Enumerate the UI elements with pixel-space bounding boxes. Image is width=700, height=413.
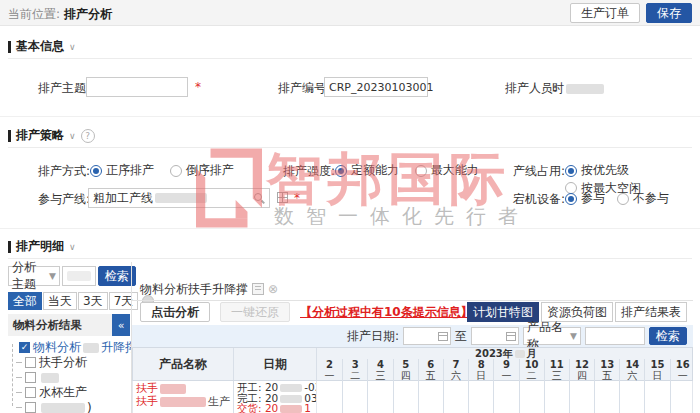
date-range-label: 排产日期: bbox=[347, 328, 399, 345]
radio-backward[interactable]: 倒序排产 bbox=[170, 162, 234, 179]
tree-item[interactable]: 水杯生产 bbox=[12, 385, 130, 400]
section-detail-title: 排产明细 bbox=[16, 238, 64, 255]
redacted-text bbox=[280, 384, 302, 392]
checkbox-icon[interactable] bbox=[25, 357, 36, 368]
product-field-select[interactable]: 产品名称▼ bbox=[523, 327, 581, 345]
copy-icon[interactable] bbox=[252, 283, 264, 295]
required-asterisk: * bbox=[195, 80, 201, 94]
code-input[interactable]: CRP_20230103001 bbox=[324, 77, 428, 97]
product-cell[interactable]: 扶手 扶手生产 bbox=[133, 381, 233, 413]
analysis-notice-link[interactable]: 【分析过程中有10条提示信息】 bbox=[300, 304, 473, 321]
radio-by-priority[interactable]: 按优先级 bbox=[565, 162, 629, 179]
production-order-button[interactable]: 生产订单 bbox=[570, 3, 640, 23]
gantt-day-cell bbox=[493, 381, 518, 413]
tree-branch-line bbox=[16, 377, 22, 378]
redacted-month bbox=[515, 350, 525, 358]
radio-downtime-exclude[interactable]: 不参与 bbox=[617, 190, 669, 207]
section-marker bbox=[8, 41, 11, 53]
tree-branch-line bbox=[16, 392, 22, 393]
redacted-text bbox=[41, 373, 59, 383]
radio-max-capacity[interactable]: 最大能力 bbox=[415, 162, 479, 179]
close-tab-icon[interactable]: ⊗ bbox=[268, 282, 278, 296]
collapse-panel-button[interactable]: « bbox=[112, 314, 130, 336]
day-column-header: 5四 bbox=[393, 359, 418, 381]
redacted-placeholder bbox=[67, 271, 91, 281]
top-actions: 生产订单 保存 bbox=[570, 3, 692, 23]
org-picker-icon[interactable] bbox=[277, 192, 288, 203]
chevron-down-icon[interactable]: ∨ bbox=[69, 42, 76, 52]
radio-quota-capacity[interactable]: 定额能力 bbox=[335, 162, 399, 179]
gantt-day-cell bbox=[594, 381, 619, 413]
range-tab-3days[interactable]: 3天 bbox=[78, 292, 108, 310]
radio-label: 倒序排产 bbox=[186, 162, 234, 179]
tree-item-label[interactable] bbox=[39, 371, 61, 385]
gantt-day-cell bbox=[569, 381, 594, 413]
date-column-header: 日期 bbox=[233, 348, 316, 380]
range-tab-all[interactable]: 全部 bbox=[8, 292, 42, 310]
checkbox-icon[interactable] bbox=[25, 387, 36, 398]
checkbox-icon[interactable] bbox=[25, 372, 36, 383]
line-value: 粗加工产线 bbox=[93, 190, 153, 207]
line-label: 参与产线: bbox=[38, 191, 90, 208]
year-text: 2023年 bbox=[475, 348, 513, 359]
tree-item[interactable]: ✓物料分析升降撑 bbox=[12, 340, 130, 355]
radio-icon bbox=[170, 165, 182, 177]
day-column-header: 2一 bbox=[317, 359, 342, 381]
chevron-down-icon: ▼ bbox=[49, 271, 56, 281]
planner-field-label: 排产人员: bbox=[505, 80, 557, 97]
tree-item-label[interactable]: ) bbox=[39, 401, 92, 413]
topic-search-input[interactable] bbox=[62, 266, 96, 286]
analysis-tab-title[interactable]: 物料分析扶手升降撑 bbox=[140, 281, 248, 298]
day-column-header: 3二 bbox=[342, 359, 367, 381]
product-name-suffix: 生产 bbox=[208, 395, 230, 408]
radio-label: 正序排产 bbox=[106, 162, 154, 179]
tree-item-label[interactable]: 水杯生产 bbox=[39, 384, 87, 401]
restore-button[interactable]: 一键还原 bbox=[220, 302, 290, 322]
gantt-search-button[interactable]: 检索 bbox=[649, 327, 687, 345]
date-from-input[interactable] bbox=[403, 327, 451, 345]
radio-downtime-join[interactable]: 参与 bbox=[565, 190, 605, 207]
view-tab-result[interactable]: 排产结果表 bbox=[615, 302, 687, 322]
gantt-day-cell bbox=[367, 381, 392, 413]
section-basic-title: 基本信息 bbox=[16, 38, 64, 55]
product-search-input[interactable] bbox=[585, 327, 645, 345]
tree-item[interactable] bbox=[12, 370, 130, 385]
gantt-day-cell bbox=[393, 381, 418, 413]
search-icon[interactable] bbox=[254, 193, 265, 204]
subject-input[interactable] bbox=[86, 77, 188, 97]
analyze-button[interactable]: 点击分析 bbox=[140, 302, 210, 322]
watermark-brand: 智邦国际 bbox=[266, 142, 510, 218]
tree-item[interactable]: ) bbox=[12, 400, 130, 413]
checkbox-icon[interactable] bbox=[25, 402, 36, 413]
tree-item-label[interactable]: 扶手分析 bbox=[39, 354, 87, 371]
redacted-text bbox=[280, 405, 302, 413]
calendar-icon[interactable] bbox=[438, 332, 448, 341]
method-radio-group: 正序排产 倒序排产 bbox=[90, 162, 246, 180]
radio-label: 按优先级 bbox=[581, 162, 629, 179]
date-to-input[interactable] bbox=[471, 327, 519, 345]
deliver-label: 交货: bbox=[237, 402, 262, 413]
topic-select[interactable]: 分析主题▼ bbox=[8, 266, 60, 286]
day-column-header: 13五 bbox=[594, 359, 619, 381]
occupy-label: 产线占用: bbox=[513, 163, 565, 180]
watermark-slogan: 数智一体化先行者 bbox=[274, 203, 530, 230]
deliver-value: 20 bbox=[265, 402, 278, 413]
section-marker bbox=[8, 130, 11, 142]
save-button[interactable]: 保存 bbox=[646, 3, 692, 23]
chevron-down-icon[interactable]: ∨ bbox=[69, 131, 76, 141]
section-strategy-header: 排产策略 ∨ ? bbox=[8, 127, 95, 144]
calendar-icon[interactable] bbox=[506, 332, 516, 341]
chevron-down-icon[interactable]: ∨ bbox=[69, 242, 76, 252]
product-name: 扶手 bbox=[136, 382, 158, 395]
line-input[interactable]: 粗加工产线 bbox=[88, 188, 270, 208]
range-tab-today[interactable]: 当天 bbox=[43, 292, 77, 310]
tree-item[interactable]: 扶手分析 bbox=[12, 355, 130, 370]
radio-forward[interactable]: 正序排产 bbox=[90, 162, 154, 179]
gantt-day-cell bbox=[418, 381, 443, 413]
downtime-label: 宕机设备: bbox=[513, 191, 565, 208]
help-icon[interactable]: ? bbox=[81, 129, 95, 143]
redacted-text bbox=[155, 193, 207, 203]
gantt-row: 扶手 扶手生产 开工: 20-03 完工: 2003 交货: 201 bbox=[132, 381, 693, 413]
checkbox-checked-icon[interactable]: ✓ bbox=[19, 342, 30, 353]
deliver-value: 1 bbox=[304, 402, 311, 413]
